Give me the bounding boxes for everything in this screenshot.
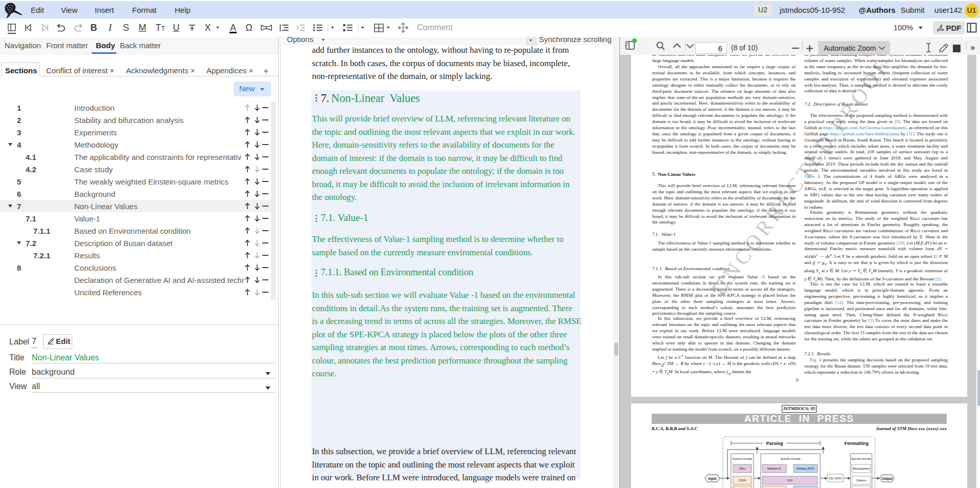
svg-text:Specific formats: Specific formats — [851, 457, 871, 460]
svg-text:Wikidata JSON: Wikidata JSON — [796, 467, 814, 470]
svg-text:Parsing: Parsing — [766, 441, 783, 446]
svg-text:CSL-JSON: CSL-JSON — [828, 477, 842, 480]
svg-text:Specific formats: Specific formats — [780, 457, 800, 460]
svg-text:JSON: JSON — [739, 479, 746, 482]
svg-text:Wikidata ID: Wikidata ID — [767, 467, 781, 470]
svg-text:Input: Input — [708, 477, 717, 481]
svg-text:Generic formats: Generic formats — [732, 457, 752, 460]
svg-text:URLs: URLs — [739, 467, 746, 470]
svg-text:Bibliographies: Bibliographies — [853, 467, 870, 470]
svg-text:Formatting: Formatting — [845, 441, 869, 446]
svg-text:Citations: Citations — [856, 479, 867, 482]
svg-text:DOI: DOI — [787, 479, 792, 482]
svg-text:Output: Output — [882, 477, 893, 481]
